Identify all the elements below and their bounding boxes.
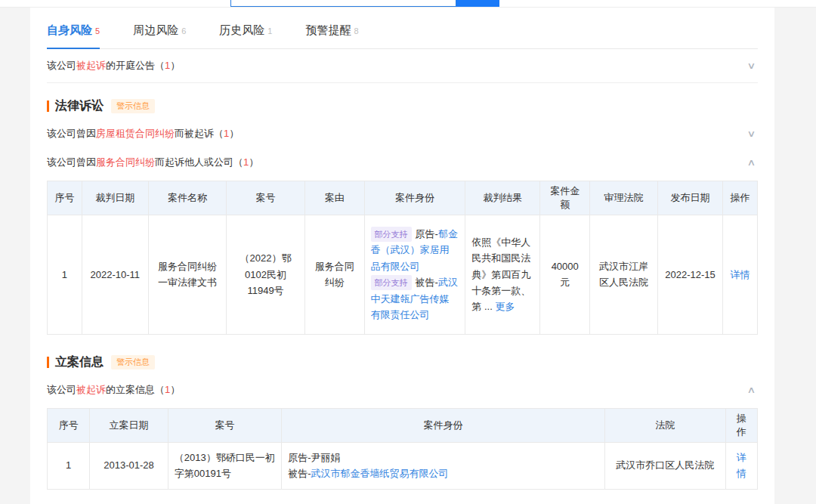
col-header: 案件身份 <box>364 181 465 215</box>
col-header: 操作 <box>725 408 757 442</box>
table-row: 1 2013-01-28 （2013）鄂硚口民一初字第00191号 原告-尹丽娟… <box>48 442 758 489</box>
risk-page: 自身风险5 周边风险6 历史风险1 预警提醒8 该公司被起诉的开庭公告（1） ∨… <box>0 8 816 504</box>
company-link[interactable]: 武汉市郁金香墙纸贸易有限公司 <box>311 468 449 479</box>
chevron-up-icon[interactable]: ∧ <box>747 157 756 168</box>
detail-link[interactable]: 详情 <box>737 452 746 479</box>
table-row: 1 2022-10-11 服务合同纠纷一审法律文书 （2022）鄂0102民初1… <box>48 215 758 335</box>
section-lawsuit-header: 法律诉讼 警示信息 <box>47 98 758 114</box>
collapse-row-filing-sued[interactable]: 该公司被起诉的立案信息（1） ∧ <box>47 375 758 404</box>
tab-self-risk[interactable]: 自身风险5 <box>47 23 100 49</box>
verdict-tag-badge: 部分支持 <box>371 227 412 242</box>
col-header: 案件名称 <box>148 181 227 215</box>
section-bar <box>47 100 49 112</box>
warning-info-badge: 警示信息 <box>111 99 155 113</box>
warning-info-badge: 警示信息 <box>111 355 155 369</box>
chevron-down-icon[interactable]: ∨ <box>747 128 756 139</box>
search-input[interactable] <box>230 0 456 7</box>
row-text: 该公司曾因服务合同纠纷而起诉他人或公司（1） <box>47 156 258 169</box>
more-link[interactable]: 更多 <box>495 301 515 312</box>
party-role: 原告- <box>288 452 311 463</box>
cell-no: 1 <box>48 442 90 489</box>
col-header: 案由 <box>304 181 364 215</box>
cell-judge-date: 2022-10-11 <box>82 215 148 335</box>
top-search-bar <box>0 0 816 8</box>
col-header: 案号 <box>227 181 305 215</box>
tab-label: 历史风险 <box>219 23 264 36</box>
table-header-row: 序号 立案日期 案号 案件身份 法院 操作 <box>48 408 758 442</box>
cell-publish-date: 2022-12-15 <box>657 215 722 335</box>
tab-label: 预警提醒 <box>305 23 351 36</box>
col-header: 裁判日期 <box>82 181 148 215</box>
collapse-row-filing-suing[interactable]: 该公司起诉他人或公司的立案信息（1） ∧ <box>47 500 758 504</box>
collapse-row-lawsuit-suing[interactable]: 该公司曾因服务合同纠纷而起诉他人或公司（1） ∧ <box>47 147 758 176</box>
section-title: 立案信息 <box>55 354 104 370</box>
tab-surrounding-risk[interactable]: 周边风险6 <box>133 23 186 48</box>
cell-result: 依照《中华人民共和国民法典》第四百九十条第一款、第 ... 更多 <box>465 215 540 335</box>
risk-tabs: 自身风险5 周边风险6 历史风险1 预警提醒8 <box>47 8 758 49</box>
chevron-down-icon[interactable]: ∨ <box>747 60 756 71</box>
collapse-row-court-announcement[interactable]: 该公司被起诉的开庭公告（1） ∨ <box>47 49 758 83</box>
tab-count: 8 <box>354 26 358 36</box>
party-name: 尹丽娟 <box>311 452 341 463</box>
tab-label: 自身风险 <box>47 23 92 36</box>
section-bar <box>47 357 49 368</box>
cell-cause: 服务合同纠纷 <box>304 215 364 335</box>
cell-parties: 部分支持原告-郁金香（武汉）家居用品有限公司 部分支持被告-武汉中天建瓴广告传媒… <box>364 215 465 335</box>
row-text: 该公司被起诉的立案信息（1） <box>47 383 180 397</box>
section-title: 法律诉讼 <box>55 98 104 114</box>
tab-label: 周边风险 <box>133 23 178 36</box>
tab-count: 5 <box>95 26 100 36</box>
col-header: 序号 <box>48 408 90 442</box>
row-text: 该公司曾因房屋租赁合同纠纷而被起诉（1） <box>47 127 239 141</box>
party-role: 原告- <box>416 228 438 240</box>
col-header: 裁判结果 <box>465 181 540 215</box>
col-header: 案件金额 <box>540 181 590 215</box>
chevron-up-icon[interactable]: ∧ <box>747 385 756 395</box>
cell-case-no: （2013）鄂硚口民一初字第00191号 <box>168 442 281 489</box>
table-header-row: 序号 裁判日期 案件名称 案号 案由 案件身份 裁判结果 案件金额 审理法院 发… <box>48 181 758 215</box>
col-header: 发布日期 <box>657 181 722 215</box>
section-filing-header: 立案信息 警示信息 <box>47 354 758 370</box>
cell-amount: 40000元 <box>540 215 590 335</box>
filing-sued-table: 序号 立案日期 案号 案件身份 法院 操作 1 2013-01-28 （2013… <box>47 408 758 490</box>
col-header: 审理法院 <box>590 181 658 215</box>
search-button[interactable] <box>456 0 499 8</box>
party-role: 被告- <box>416 277 438 288</box>
col-header: 立案日期 <box>90 408 168 442</box>
col-header: 操作 <box>723 181 758 215</box>
lawsuit-table: 序号 裁判日期 案件名称 案号 案由 案件身份 裁判结果 案件金额 审理法院 发… <box>47 181 758 335</box>
col-header: 法院 <box>604 408 725 442</box>
cell-parties: 原告-尹丽娟 被告-武汉市郁金香墙纸贸易有限公司 <box>282 442 605 489</box>
row-text: 该公司被起诉的开庭公告（1） <box>47 59 180 73</box>
cell-filing-date: 2013-01-28 <box>90 442 168 489</box>
collapse-row-lawsuit-sued[interactable]: 该公司曾因房屋租赁合同纠纷而被起诉（1） ∨ <box>47 119 758 147</box>
tab-count: 6 <box>181 26 186 36</box>
cell-court: 武汉市江岸区人民法院 <box>590 215 658 335</box>
tab-history-risk[interactable]: 历史风险1 <box>219 23 272 48</box>
verdict-tag-badge: 部分支持 <box>371 275 412 290</box>
cell-court: 武汉市乔口区人民法院 <box>604 442 725 489</box>
col-header: 案号 <box>168 408 281 442</box>
tab-count: 1 <box>267 26 272 36</box>
col-header: 案件身份 <box>282 408 605 442</box>
tab-warning-reminder[interactable]: 预警提醒8 <box>305 23 358 48</box>
cell-no: 1 <box>48 215 82 335</box>
detail-link[interactable]: 详情 <box>731 269 750 280</box>
col-header: 序号 <box>48 181 82 215</box>
risk-card: 自身风险5 周边风险6 历史风险1 预警提醒8 该公司被起诉的开庭公告（1） ∨… <box>30 8 774 504</box>
cell-case-name: 服务合同纠纷一审法律文书 <box>148 215 227 335</box>
party-role: 被告- <box>288 468 311 479</box>
cell-case-no: （2022）鄂0102民初11949号 <box>227 215 305 335</box>
